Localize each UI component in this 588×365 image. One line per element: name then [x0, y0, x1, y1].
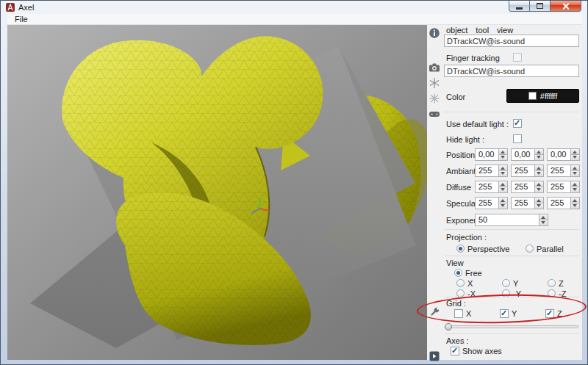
grid-x-checkbox[interactable]: [454, 309, 463, 318]
spin-down-button[interactable]: [570, 187, 579, 192]
info-icon[interactable]: [429, 27, 440, 39]
close-button[interactable]: [551, 1, 581, 12]
spin-down-button[interactable]: [498, 171, 507, 176]
grid-y-checkbox[interactable]: [500, 309, 509, 318]
specular-r-spinbox[interactable]: 255: [475, 197, 508, 209]
spin-value: 255: [551, 182, 564, 191]
spin-down-button[interactable]: [498, 203, 507, 209]
object-source-input[interactable]: [444, 35, 579, 47]
tab-tool[interactable]: tool: [476, 26, 489, 35]
hide-light-label: Hide light :: [446, 135, 484, 144]
spin-down-button[interactable]: [570, 155, 579, 160]
spin-up-button[interactable]: [570, 165, 579, 171]
spin-up-button[interactable]: [570, 181, 579, 187]
separator: [445, 256, 579, 256]
spin-up-button[interactable]: [534, 181, 543, 187]
grid-size-slider-handle[interactable]: [445, 323, 452, 330]
spin-value: 0,00: [551, 150, 566, 159]
minimize-icon: [516, 7, 523, 10]
color-value: #ffffff: [540, 92, 557, 101]
spin-up-button[interactable]: [570, 149, 579, 155]
view-z-radio[interactable]: [548, 279, 556, 287]
tab-object[interactable]: object: [446, 26, 467, 35]
title-bar[interactable]: Axel: [1, 1, 587, 14]
show-axes-checkbox[interactable]: [451, 347, 459, 355]
gamepad-icon[interactable]: [429, 108, 440, 120]
viewport-3d[interactable]: [7, 25, 427, 360]
color-picker-button[interactable]: #ffffff: [506, 89, 579, 103]
view-z-label: Z: [559, 279, 564, 288]
tool-source-input[interactable]: [444, 65, 579, 77]
spin-down-button[interactable]: [570, 171, 579, 176]
position-x-spinbox[interactable]: 0,00: [475, 148, 508, 161]
grid-z-checkbox[interactable]: [545, 309, 554, 318]
camera-icon[interactable]: [429, 62, 440, 73]
separator: [445, 297, 579, 297]
spin-up-button[interactable]: [534, 149, 543, 155]
specular-b-spinbox[interactable]: 255: [547, 197, 580, 209]
spin-up-button[interactable]: [498, 165, 507, 171]
viewport-toolbar: [427, 25, 442, 360]
diffuse-b-spinbox[interactable]: 255: [547, 181, 580, 193]
ambiant-g-spinbox[interactable]: 255: [511, 165, 544, 177]
diffuse-r-spinbox[interactable]: 255: [475, 181, 508, 193]
projection-parallel-radio[interactable]: [526, 245, 534, 253]
exponent-spinbox[interactable]: 50: [475, 214, 548, 226]
hide-light-checkbox[interactable]: [513, 134, 522, 143]
diffuse-label: Diffuse: [446, 183, 471, 192]
spin-up-button[interactable]: [534, 165, 543, 171]
snowflake-icon[interactable]: [429, 77, 440, 89]
panel-tabs: object tool view: [446, 26, 513, 35]
panel-toggle-icon[interactable]: [429, 350, 440, 362]
spin-value: 255: [514, 198, 528, 207]
menu-bar: File: [7, 14, 582, 25]
position-z-spinbox[interactable]: 0,00: [547, 148, 580, 161]
axes-star-icon[interactable]: [429, 93, 440, 104]
spin-up-button[interactable]: [539, 214, 548, 220]
view-y-radio[interactable]: [502, 279, 510, 287]
maximize-button[interactable]: [530, 1, 551, 12]
separator: [445, 112, 579, 112]
spin-down-button[interactable]: [539, 220, 548, 225]
spin-down-button[interactable]: [498, 187, 507, 192]
spin-up-button[interactable]: [498, 181, 507, 187]
diffuse-g-spinbox[interactable]: 255: [511, 181, 544, 193]
grid-size-slider[interactable]: [445, 325, 578, 328]
spin-down-button[interactable]: [534, 187, 543, 192]
spin-down-button[interactable]: [570, 203, 579, 209]
spin-up-button[interactable]: [498, 149, 507, 155]
tab-view[interactable]: view: [497, 26, 513, 35]
wrench-icon[interactable]: [429, 306, 440, 318]
use-default-light-checkbox[interactable]: [513, 119, 522, 128]
spin-value: 0,00: [478, 150, 494, 159]
spin-up-button[interactable]: [570, 198, 579, 203]
spin-up-button[interactable]: [534, 198, 543, 203]
app-window: Axel File: [0, 0, 588, 365]
view-x-radio[interactable]: [456, 279, 465, 287]
ambiant-b-spinbox[interactable]: 255: [547, 165, 580, 177]
spin-down-button[interactable]: [498, 155, 507, 160]
window-title: Axel: [18, 3, 34, 12]
ambiant-r-spinbox[interactable]: 255: [475, 165, 508, 177]
spin-value: 255: [478, 198, 492, 207]
axes-label: Axes :: [446, 336, 469, 345]
spin-value: 255: [514, 182, 528, 191]
specular-g-spinbox[interactable]: 255: [511, 197, 544, 209]
spin-up-button[interactable]: [498, 198, 507, 203]
finger-tracking-label: Finger tracking: [446, 54, 500, 62]
spin-down-button[interactable]: [534, 171, 543, 176]
spin-value: 50: [478, 215, 487, 224]
position-label: Position: [446, 151, 475, 159]
minimize-button[interactable]: [509, 1, 530, 12]
menu-file[interactable]: File: [12, 15, 31, 24]
spin-down-button[interactable]: [534, 203, 543, 209]
spin-value: 0,00: [514, 150, 530, 159]
finger-tracking-checkbox[interactable]: [513, 53, 522, 62]
spin-down-button[interactable]: [534, 155, 543, 160]
view-free-radio[interactable]: [454, 269, 462, 277]
3d-scene: [7, 25, 427, 360]
projection-perspective-radio[interactable]: [456, 245, 465, 253]
maximize-icon: [537, 3, 543, 9]
view-x-label: X: [467, 279, 473, 288]
position-y-spinbox[interactable]: 0,00: [511, 148, 544, 161]
